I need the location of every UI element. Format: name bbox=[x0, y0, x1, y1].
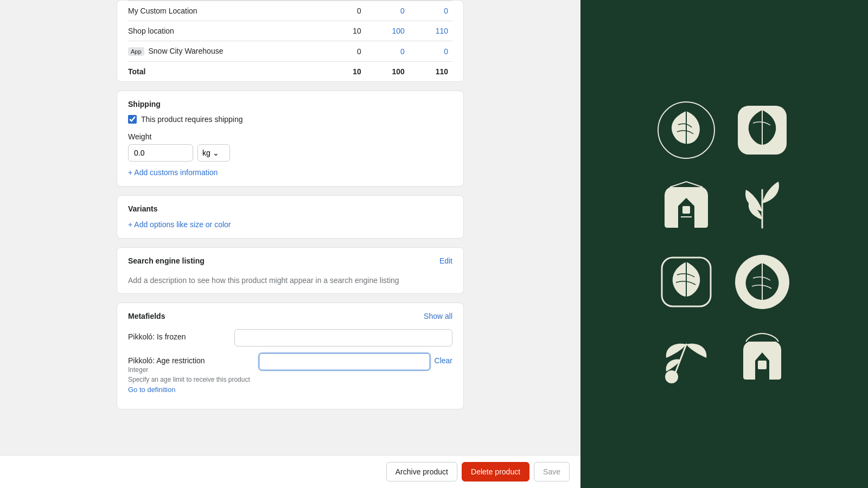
archive-product-button[interactable]: Archive product bbox=[386, 462, 457, 481]
seo-header: Search engine listing Edit bbox=[128, 256, 452, 272]
metafield-row-frozen: Pikkoló: Is frozen bbox=[128, 329, 452, 346]
metafields-card: Metafields Show all Pikkoló: Is frozen P… bbox=[117, 303, 464, 409]
metafields-title: Metafields bbox=[128, 312, 165, 320]
seo-edit-link[interactable]: Edit bbox=[439, 256, 452, 265]
metafield-label-stack-age: Pikkoló: Age restriction Integer Specify… bbox=[128, 353, 250, 394]
icon-leaf-branch2 bbox=[654, 325, 719, 390]
decorative-panel bbox=[580, 0, 868, 488]
svg-rect-2 bbox=[682, 206, 690, 214]
location-cell: App Snow City Warehouse bbox=[128, 41, 330, 62]
show-all-link[interactable]: Show all bbox=[424, 312, 452, 320]
metafield-label-stack: Pikkoló: Is frozen bbox=[128, 329, 226, 341]
icon-leaf-circle2 bbox=[730, 249, 795, 314]
delete-product-button[interactable]: Delete product bbox=[462, 462, 529, 481]
metafields-header: Metafields Show all bbox=[128, 312, 452, 320]
app-badge: App bbox=[128, 47, 144, 56]
location-cell: Shop location bbox=[128, 21, 330, 41]
svg-rect-6 bbox=[758, 361, 767, 369]
on-hand-cell: 10 bbox=[330, 21, 365, 41]
weight-section: Weight kg ⌄ bbox=[128, 132, 452, 162]
icon-leaf-branch bbox=[730, 174, 795, 239]
available-cell[interactable]: 0 bbox=[409, 41, 452, 62]
seo-description: Add a description to see how this produc… bbox=[128, 276, 452, 285]
shipping-card: Shipping This product requires shipping … bbox=[117, 91, 464, 187]
table-row: My Custom Location 0 0 0 bbox=[128, 1, 452, 21]
committed-cell[interactable]: 100 bbox=[366, 21, 409, 41]
metafield-label-frozen: Pikkoló: Is frozen bbox=[128, 329, 226, 341]
icon-fruit-rounded-square bbox=[730, 98, 795, 163]
table-row: App Snow City Warehouse 0 0 0 bbox=[128, 41, 452, 62]
metafield-hint-age: Specify an age limit to receive this pro… bbox=[128, 376, 250, 383]
go-to-definition-link[interactable]: Go to definition bbox=[128, 386, 250, 394]
metafield-type-age: Integer bbox=[128, 366, 250, 374]
shipping-checkbox-row: This product requires shipping bbox=[128, 115, 452, 124]
variants-card: Variants + Add options like size or colo… bbox=[117, 195, 464, 239]
metafield-input-age[interactable] bbox=[259, 353, 430, 370]
save-button[interactable]: Save bbox=[534, 462, 570, 481]
bottom-action-bar: Archive product Delete product Save bbox=[0, 455, 580, 488]
on-hand-cell: 0 bbox=[330, 1, 365, 21]
inventory-table: My Custom Location 0 0 0 Shop location 1… bbox=[128, 1, 452, 81]
committed-cell[interactable]: 0 bbox=[366, 41, 409, 62]
icon-house-bag2 bbox=[730, 325, 795, 390]
icon-fruit-square-border bbox=[654, 249, 719, 314]
variants-title: Variants bbox=[128, 204, 452, 213]
table-row: Shop location 10 100 110 bbox=[128, 21, 452, 41]
icon-leaf-circle bbox=[654, 98, 719, 163]
chevron-icon: ⌄ bbox=[213, 149, 219, 157]
available-cell[interactable]: 110 bbox=[409, 21, 452, 41]
weight-label: Weight bbox=[128, 132, 452, 141]
metafield-row-age: Pikkoló: Age restriction Integer Specify… bbox=[128, 353, 452, 394]
shipping-checkbox[interactable] bbox=[128, 115, 137, 124]
shipping-checkbox-label: This product requires shipping bbox=[141, 115, 243, 124]
committed-cell[interactable]: 0 bbox=[366, 1, 409, 21]
metafield-with-clear: Clear bbox=[259, 353, 452, 370]
shipping-title: Shipping bbox=[128, 100, 452, 108]
icon-house-bag bbox=[654, 174, 719, 239]
clear-button[interactable]: Clear bbox=[435, 353, 452, 368]
icons-grid bbox=[632, 76, 816, 412]
add-variants-link[interactable]: + Add options like size or color bbox=[128, 220, 231, 229]
seo-title: Search engine listing bbox=[128, 256, 205, 265]
svg-point-5 bbox=[665, 370, 678, 383]
metafield-label-age: Pikkoló: Age restriction bbox=[128, 353, 250, 365]
metafield-input-frozen[interactable] bbox=[234, 329, 452, 346]
seo-card: Search engine listing Edit Add a descrip… bbox=[117, 247, 464, 294]
total-row: Total 10 100 110 bbox=[128, 62, 452, 82]
location-cell: My Custom Location bbox=[128, 1, 330, 21]
total-label: Total bbox=[128, 62, 330, 82]
total-available: 110 bbox=[409, 62, 452, 82]
weight-inputs: kg ⌄ bbox=[128, 144, 452, 162]
add-customs-link[interactable]: + Add customs information bbox=[128, 168, 218, 177]
weight-unit-select[interactable]: kg ⌄ bbox=[197, 144, 230, 162]
total-committed: 100 bbox=[366, 62, 409, 82]
on-hand-cell: 0 bbox=[330, 41, 365, 62]
total-on-hand: 10 bbox=[330, 62, 365, 82]
available-cell[interactable]: 0 bbox=[409, 1, 452, 21]
weight-input[interactable] bbox=[128, 144, 193, 162]
